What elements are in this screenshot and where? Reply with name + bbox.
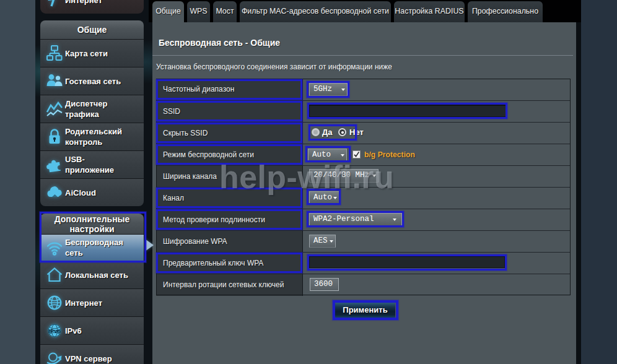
svg-text:IPv6: IPv6	[48, 327, 61, 334]
